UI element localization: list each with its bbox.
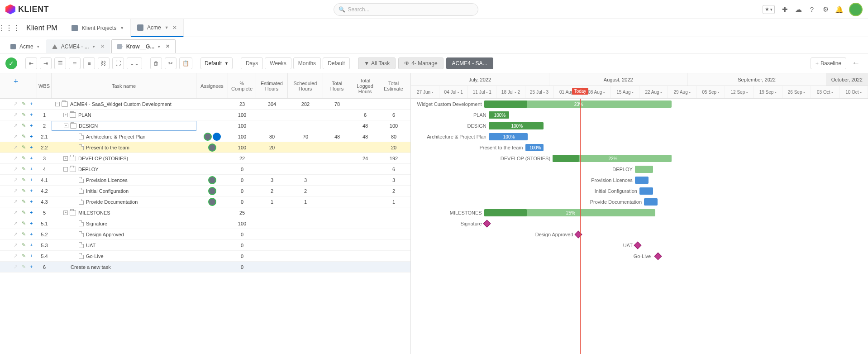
add-subtask-icon[interactable]: + — [30, 134, 35, 139]
list-icon[interactable]: ≡ — [83, 57, 95, 69]
task-row[interactable]: ↗ ✎ + 2−DESIGN 100 48 100 — [0, 120, 410, 131]
gantt-body[interactable]: TodayWidget Custom Development23%PLAN100… — [411, 99, 868, 273]
totest-cell[interactable]: 192 — [379, 156, 408, 161]
scale-weeks[interactable]: Weeks — [265, 57, 291, 69]
close-icon[interactable]: ✕ — [166, 43, 170, 49]
totest-cell[interactable]: 1 — [379, 199, 408, 205]
assignees-cell[interactable] — [196, 187, 228, 195]
close-icon[interactable]: ✕ — [100, 43, 105, 49]
gantt-bar[interactable] — [639, 187, 653, 195]
view-select[interactable]: Default▼ — [200, 57, 233, 69]
log-cell[interactable]: 6 — [351, 112, 379, 118]
edit-icon[interactable]: ✎ — [22, 123, 27, 129]
open-icon[interactable]: ↗ — [14, 145, 19, 150]
task-row[interactable]: ↗ ✎ + 4.1Provision Licences 0 3 3 3 — [0, 175, 410, 186]
context-chip[interactable]: ACME4 - SA... — [446, 57, 493, 69]
add-subtask-icon[interactable]: + — [30, 156, 35, 161]
pct-cell[interactable]: 100 — [228, 221, 256, 226]
open-icon[interactable]: ↗ — [14, 243, 19, 248]
edit-icon[interactable]: ✎ — [22, 243, 27, 248]
help-icon[interactable]: ? — [808, 6, 816, 13]
gantt-bar[interactable] — [635, 166, 653, 173]
task-row[interactable]: ↗ ✎ + 3+DEVELOP (STORIES) 22 24 192 — [0, 153, 410, 164]
sch-cell[interactable]: 2 — [288, 188, 323, 194]
task-row[interactable]: ↗ ✎ + 5.2Design Approved 0 — [0, 229, 410, 240]
est-cell[interactable]: 80 — [256, 134, 288, 139]
global-search[interactable]: 🔍 Search... — [334, 3, 478, 16]
pct-cell[interactable]: 100 — [228, 112, 256, 118]
add-subtask-icon[interactable]: + — [30, 188, 35, 194]
edit-icon[interactable]: ✎ — [22, 199, 27, 205]
expand-toggle[interactable]: + — [63, 210, 68, 215]
status-ok-icon[interactable]: ✓ — [5, 57, 17, 69]
nav-tab-0[interactable]: Klient Projects▼ — [65, 19, 131, 37]
pct-cell[interactable]: 100 — [228, 123, 256, 129]
add-subtask-icon[interactable]: + — [30, 199, 35, 205]
add-subtask-icon[interactable]: + — [30, 123, 35, 129]
tot-cell[interactable]: 78 — [323, 101, 351, 107]
back-arrow-icon[interactable]: ← — [849, 58, 863, 68]
open-icon[interactable]: ↗ — [14, 134, 19, 139]
totest-cell[interactable]: 2 — [379, 188, 408, 194]
align-stairs-icon[interactable]: ≣ — [69, 57, 81, 69]
add-subtask-icon[interactable]: + — [30, 112, 35, 118]
totest-cell[interactable]: 20 — [379, 145, 408, 150]
chevron-down-icon[interactable]: ▾ — [158, 44, 160, 49]
assignees-cell[interactable] — [196, 198, 228, 206]
manage-button[interactable]: 👁4- Manage — [398, 57, 443, 69]
open-icon[interactable]: ↗ — [14, 232, 19, 237]
est-cell[interactable]: 2 — [256, 188, 288, 194]
salesforce-icon[interactable]: ☁ — [795, 6, 802, 13]
pct-cell[interactable]: 0 — [228, 232, 256, 237]
sch-cell[interactable]: 282 — [288, 101, 323, 107]
open-icon[interactable]: ↗ — [14, 254, 19, 259]
pct-cell[interactable]: 0 — [228, 243, 256, 248]
open-icon[interactable]: ↗ — [14, 264, 19, 270]
add-subtask-icon[interactable]: + — [30, 221, 35, 226]
add-subtask-icon[interactable]: + — [30, 210, 35, 215]
pct-cell[interactable]: 0 — [228, 264, 256, 270]
gantt-bar[interactable]: 25% — [484, 209, 656, 216]
task-row[interactable]: ↗ ✎ + 4−DEPLOY 0 6 — [0, 164, 410, 175]
task-row[interactable]: ↗ ✎ + 5.1Signature 100 — [0, 218, 410, 229]
task-row[interactable]: ↗ ✎ + 6Create a new task 0 — [0, 262, 410, 273]
col-wbs[interactable]: WBS — [37, 73, 52, 98]
gantt-bar[interactable] — [644, 198, 658, 206]
open-icon[interactable]: ↗ — [14, 177, 19, 183]
sch-cell[interactable]: 70 — [288, 134, 323, 139]
edit-icon[interactable]: ✎ — [22, 101, 27, 107]
task-row[interactable]: ↗ ✎ + 4.3Provide Documentation 0 1 1 1 — [0, 196, 410, 207]
scale-days[interactable]: Days — [241, 57, 263, 69]
add-subtask-icon[interactable]: + — [30, 243, 35, 248]
pct-cell[interactable]: 25 — [228, 210, 256, 215]
sch-cell[interactable]: 3 — [288, 177, 323, 183]
totest-cell[interactable]: 100 — [379, 123, 408, 129]
task-row[interactable]: ↗ ✎ + 2.2Present to the team 100 20 20 — [0, 142, 410, 153]
chevron-down-icon[interactable]: ▼ — [120, 26, 124, 30]
milestone-diamond[interactable] — [634, 242, 641, 249]
notifications-bell-icon[interactable]: 🔔 — [835, 6, 843, 13]
scale-months[interactable]: Months — [293, 57, 321, 69]
open-icon[interactable]: ↗ — [14, 221, 19, 226]
collapse-all-icon[interactable]: ⌄⌄ — [127, 57, 142, 69]
add-subtask-icon[interactable]: + — [30, 232, 35, 237]
edit-icon[interactable]: ✎ — [22, 188, 27, 194]
edit-icon[interactable]: ✎ — [22, 167, 27, 172]
add-subtask-icon[interactable]: + — [30, 167, 35, 172]
edit-icon[interactable]: ✎ — [22, 177, 27, 183]
gantt-bar[interactable]: 100% — [525, 144, 544, 151]
gantt-bar[interactable]: 100% — [489, 122, 544, 129]
log-cell[interactable]: 48 — [351, 123, 379, 129]
edit-icon[interactable]: ✎ — [22, 264, 27, 270]
milestone-diamond[interactable] — [483, 220, 491, 228]
est-cell[interactable]: 304 — [256, 101, 288, 107]
close-icon[interactable]: ✕ — [172, 24, 177, 31]
assignees-cell[interactable] — [196, 133, 228, 141]
pct-cell[interactable]: 100 — [228, 145, 256, 150]
open-icon[interactable]: ↗ — [14, 167, 19, 172]
open-icon[interactable]: ↗ — [14, 199, 19, 205]
tot-cell[interactable]: 48 — [323, 134, 351, 139]
col-total-estimate[interactable]: Total Estimate — [379, 73, 408, 98]
user-avatar[interactable] — [849, 3, 863, 16]
col-assignees[interactable]: Assignees — [196, 73, 228, 98]
